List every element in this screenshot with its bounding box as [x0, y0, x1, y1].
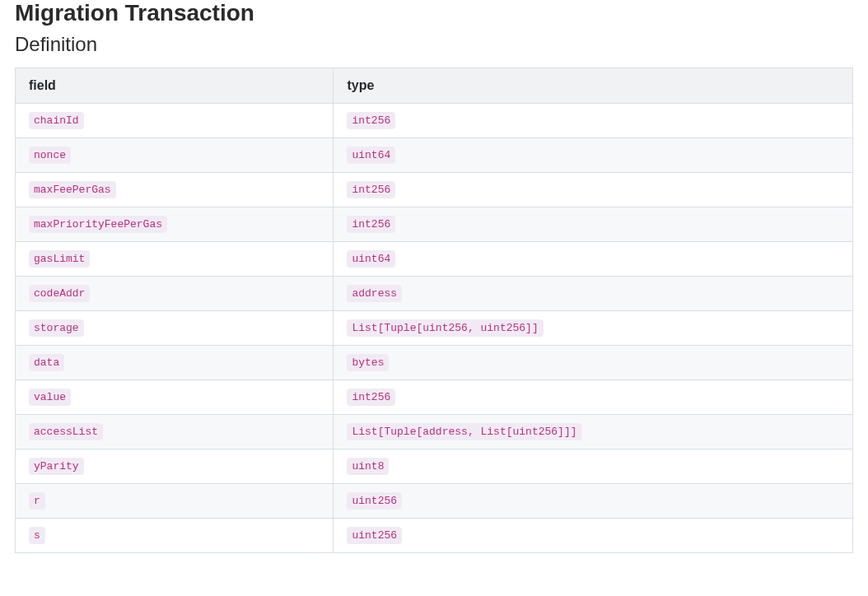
- table-row: maxFeePerGasint256: [16, 173, 853, 207]
- field-code: storage: [29, 319, 84, 337]
- field-code: gasLimit: [29, 250, 90, 268]
- cell-field: data: [16, 346, 334, 380]
- type-code: int256: [347, 389, 395, 406]
- cell-field: chainId: [16, 104, 334, 138]
- column-header-field: field: [16, 68, 334, 104]
- cell-field: s: [16, 519, 334, 553]
- cell-field: r: [16, 484, 334, 519]
- type-code: uint256: [347, 527, 402, 544]
- type-code: uint256: [347, 492, 402, 510]
- cell-type: uint256: [334, 519, 853, 553]
- field-code: chainId: [29, 112, 84, 129]
- table-row: nonceuint64: [16, 138, 853, 173]
- cell-type: uint64: [334, 138, 853, 173]
- table-row: storageList[Tuple[uint256, uint256]]: [16, 311, 853, 346]
- cell-type: uint64: [334, 242, 853, 277]
- table-row: suint256: [16, 519, 853, 553]
- cell-type: bytes: [334, 346, 853, 380]
- cell-type: int256: [334, 173, 853, 207]
- cell-type: uint256: [334, 484, 853, 519]
- table-row: accessListList[Tuple[address, List[uint2…: [16, 415, 853, 449]
- cell-field: value: [16, 380, 334, 415]
- field-code: maxFeePerGas: [29, 181, 116, 198]
- type-code: int256: [347, 181, 395, 198]
- field-code: yParity: [29, 458, 84, 475]
- type-code: uint64: [347, 250, 395, 268]
- table-row: chainIdint256: [16, 104, 853, 138]
- cell-type: uint8: [334, 449, 853, 484]
- cell-type: int256: [334, 104, 853, 138]
- section-title: Definition: [15, 33, 853, 56]
- cell-field: gasLimit: [16, 242, 334, 277]
- cell-type: List[Tuple[uint256, uint256]]: [334, 311, 853, 346]
- cell-field: maxFeePerGas: [16, 173, 334, 207]
- field-code: nonce: [29, 147, 71, 164]
- cell-field: accessList: [16, 415, 334, 449]
- field-code: codeAddr: [29, 285, 90, 302]
- field-code: r: [29, 492, 45, 510]
- cell-type: int256: [334, 380, 853, 415]
- table-row: valueint256: [16, 380, 853, 415]
- table-row: gasLimituint64: [16, 242, 853, 277]
- type-code: uint8: [347, 458, 389, 475]
- table-row: codeAddraddress: [16, 277, 853, 311]
- type-code: List[Tuple[address, List[uint256]]]: [347, 423, 581, 440]
- cell-field: maxPriorityFeePerGas: [16, 207, 334, 242]
- table-row: databytes: [16, 346, 853, 380]
- column-header-type: type: [334, 68, 853, 104]
- table-row: ruint256: [16, 484, 853, 519]
- cell-field: storage: [16, 311, 334, 346]
- cell-type: int256: [334, 207, 853, 242]
- type-code: int256: [347, 112, 395, 129]
- definition-table: field type chainIdint256nonceuint64maxFe…: [15, 68, 853, 553]
- field-code: data: [29, 354, 64, 371]
- type-code: List[Tuple[uint256, uint256]]: [347, 319, 543, 337]
- table-row: yParityuint8: [16, 449, 853, 484]
- page-title: Migration Transaction: [15, 0, 853, 26]
- cell-type: address: [334, 277, 853, 311]
- table-row: maxPriorityFeePerGasint256: [16, 207, 853, 242]
- type-code: uint64: [347, 147, 395, 164]
- type-code: bytes: [347, 354, 389, 371]
- field-code: s: [29, 527, 45, 544]
- field-code: accessList: [29, 423, 103, 440]
- field-code: maxPriorityFeePerGas: [29, 216, 167, 233]
- cell-type: List[Tuple[address, List[uint256]]]: [334, 415, 853, 449]
- cell-field: yParity: [16, 449, 334, 484]
- type-code: address: [347, 285, 402, 302]
- cell-field: nonce: [16, 138, 334, 173]
- type-code: int256: [347, 216, 395, 233]
- field-code: value: [29, 389, 71, 406]
- cell-field: codeAddr: [16, 277, 334, 311]
